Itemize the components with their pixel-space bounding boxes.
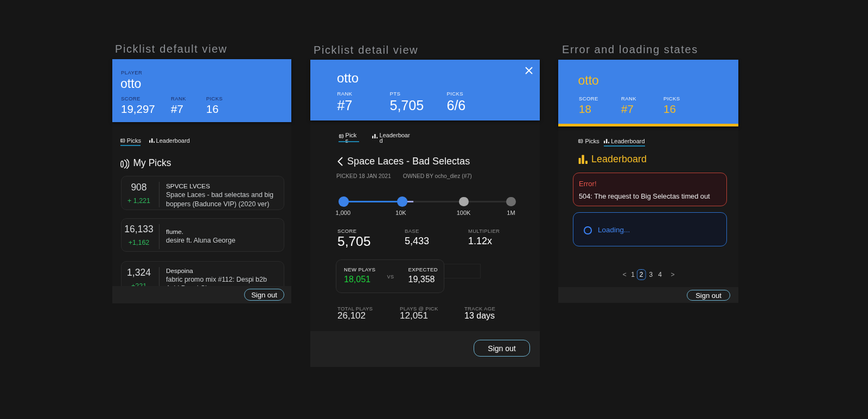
leaderboard-heading-label: Leaderboard <box>591 154 647 165</box>
stat-value: 13 days <box>464 311 495 321</box>
pick-delta: + 1,221 <box>127 197 150 205</box>
primary-stats: SCORE 5,705 BASE 5,433 MULTIPLIER 1.12x <box>337 228 500 249</box>
slider-label: 1M <box>507 210 515 216</box>
panel-footer: Sign out <box>310 331 540 367</box>
stat-score: SCORE 5,705 <box>337 228 405 249</box>
stat-rank: RANK #7 <box>337 91 390 113</box>
stat-label: BASE <box>405 228 468 234</box>
pick-score: 1,324 <box>127 267 151 278</box>
pagination-page-1[interactable]: 1 <box>631 271 635 278</box>
pagination-prev[interactable]: < <box>623 271 627 278</box>
stat-value: 16 <box>206 103 223 116</box>
pick-score-column: 16,133 +1,162 <box>122 219 159 251</box>
stat-label: MULTIPLIER <box>468 228 500 234</box>
back-chevron-icon[interactable] <box>337 157 343 166</box>
pagination-page-3[interactable]: 3 <box>649 271 653 278</box>
bar-chart-icon <box>604 139 609 143</box>
stat-track-age: TRACK AGE 13 days <box>464 306 495 322</box>
new-plays-value: 18,051 <box>344 275 371 284</box>
slider-label: 10K <box>395 210 406 216</box>
pick-score: 16,133 <box>124 224 154 235</box>
new-plays-label: NEW PLAYS <box>344 266 375 272</box>
pick-score: 908 <box>131 182 146 193</box>
slider-stop-10k[interactable] <box>397 196 407 207</box>
panel-footer: Sign out <box>112 286 291 303</box>
ghost-outline <box>444 264 481 278</box>
vs-label: VS <box>387 274 394 279</box>
sign-out-button[interactable]: Sign out <box>687 290 730 301</box>
stat-value: 12,051 <box>400 310 464 321</box>
pick-track: Space Laces - bad selectas and big boppe… <box>166 191 279 208</box>
my-picks-heading-label: My Picks <box>133 157 171 169</box>
tab-leaderboard[interactable]: Leaderboard <box>604 138 644 144</box>
player-header: otto RANK #7 PTS 5,705 PICKS 6/6 <box>310 60 540 120</box>
panel-picklist-default: PLAYER otto SCORE 19,297 RANK #7 PICKS 1… <box>112 59 291 303</box>
stat-value: 6/6 <box>447 98 466 113</box>
close-icon[interactable] <box>525 67 533 74</box>
stat-label: PICKS <box>206 96 223 101</box>
stat-value: 5,433 <box>405 236 468 247</box>
pick-card[interactable]: 16,133 +1,162 flume. desire ft. Aluna Ge… <box>121 218 284 252</box>
player-name: otto <box>578 73 599 88</box>
bar-chart-icon <box>372 134 378 138</box>
stat-label: PTS <box>390 91 447 97</box>
player-name: otto <box>337 71 359 86</box>
loading-alert: Loading... <box>573 212 727 246</box>
sonar-icon <box>578 139 583 143</box>
stat-value: 26,102 <box>337 310 400 321</box>
sign-out-button[interactable]: Sign out <box>244 289 284 301</box>
pick-card[interactable]: 908 + 1,221 SPVCE LVCES Space Laces - ba… <box>121 176 284 210</box>
active-tab-underline <box>604 145 644 147</box>
pick-track: desire ft. Aluna George <box>166 236 279 245</box>
stat-pts: PTS 5,705 <box>390 91 447 113</box>
tab-leaderboard[interactable]: Leaderboard <box>372 132 410 143</box>
expected-plays-value: 19,358 <box>409 275 435 284</box>
pagination-next[interactable]: > <box>671 271 675 278</box>
tab-leaderboard[interactable]: Leaderboard <box>149 137 190 144</box>
sonar-icon <box>120 138 125 143</box>
stat-label: SCORE <box>121 96 171 101</box>
stat-label: TRACK AGE <box>464 306 495 312</box>
slider-label: 100K <box>457 210 471 216</box>
bar-chart-icon <box>578 155 588 164</box>
tab-bar: Picks Leaderboard <box>120 137 190 144</box>
stat-score: SCORE 19,297 <box>121 96 171 116</box>
tab-leaderboard-label: Leaderboard <box>379 132 410 143</box>
stat-score: SCORE 18 <box>579 96 621 116</box>
tab-picks[interactable]: Picks <box>339 132 357 143</box>
stat-value: #7 <box>337 98 390 113</box>
pagination-page-4[interactable]: 4 <box>658 271 662 278</box>
panel-footer: Sign out <box>558 287 738 303</box>
pagination: < 1 2 3 4 > <box>558 269 738 280</box>
player-stats: RANK #7 PTS 5,705 PICKS 6/6 <box>337 91 466 113</box>
stat-rank: RANK #7 <box>171 96 206 116</box>
player-label: PLAYER <box>121 69 142 75</box>
sign-out-button[interactable]: Sign out <box>474 340 530 357</box>
stat-value: 16 <box>663 103 680 116</box>
owned-by: OWNED BY ocho_diez (#7) <box>403 173 472 179</box>
stat-label: PICKS <box>447 91 466 97</box>
stat-multiplier: MULTIPLIER 1.12x <box>468 228 500 249</box>
picked-date: PICKED 18 JAN 2021 <box>336 173 391 179</box>
slider-stop-1m[interactable] <box>506 197 516 207</box>
tab-picks[interactable]: Picks <box>120 137 141 144</box>
stat-picks: PICKS 16 <box>663 96 680 116</box>
stat-label: RANK <box>621 96 663 101</box>
player-header: otto SCORE 18 RANK #7 PICKS 16 <box>558 60 738 126</box>
stat-picks: PICKS 16 <box>206 96 223 116</box>
player-name: otto <box>120 77 141 91</box>
player-header: PLAYER otto SCORE 19,297 RANK #7 PICKS 1… <box>112 59 291 122</box>
slider-stop-1k[interactable] <box>339 196 349 207</box>
error-alert: Error! 504: The request to Big Selectas … <box>573 173 727 206</box>
pick-artist: flume. <box>166 227 279 236</box>
slider-track <box>413 201 464 202</box>
pick-delta: +1,162 <box>129 239 150 246</box>
section-title-states: Error and loading states <box>562 43 698 56</box>
slider-stop-100k[interactable] <box>459 197 469 207</box>
stat-value: 1.12x <box>468 236 500 247</box>
pagination-page-2-active[interactable]: 2 <box>637 269 646 280</box>
plays-versus-box: NEW PLAYS 18,051 VS EXPECTED 19,358 <box>336 259 444 293</box>
stat-label: SCORE <box>579 96 621 101</box>
stat-plays-at-pick: PLAYS @ PICK 12,051 <box>400 306 464 322</box>
tab-picks[interactable]: Picks <box>578 138 599 144</box>
